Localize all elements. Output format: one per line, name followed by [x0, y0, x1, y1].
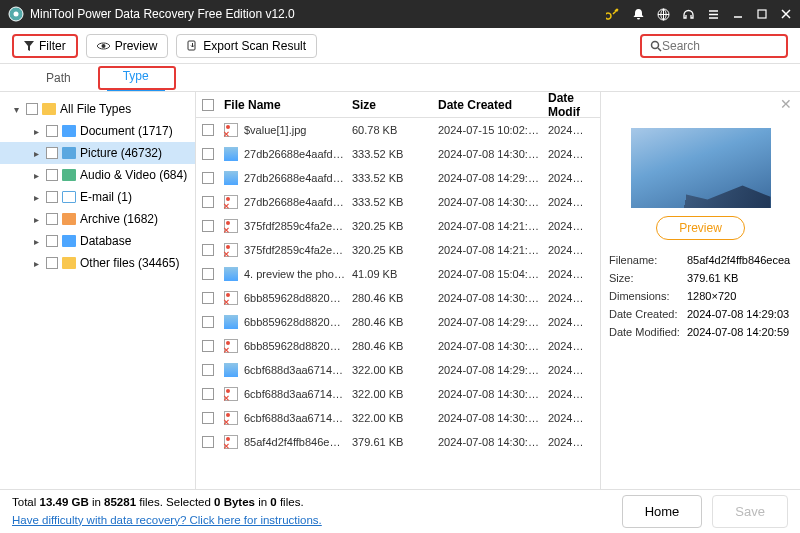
row-checkbox[interactable]: [202, 292, 214, 304]
file-size: 333.52 KB: [352, 196, 438, 208]
checkbox[interactable]: [46, 147, 58, 159]
checkbox[interactable]: [46, 125, 58, 137]
search-box[interactable]: [640, 34, 788, 58]
chevron-right-icon[interactable]: ▸: [30, 236, 42, 247]
table-row[interactable]: 4. preview the pho…41.09 KB2024-07-08 15…: [196, 262, 600, 286]
open-preview-button[interactable]: Preview: [656, 216, 745, 240]
file-size: 333.52 KB: [352, 148, 438, 160]
chevron-right-icon[interactable]: ▸: [30, 126, 42, 137]
row-checkbox[interactable]: [202, 196, 214, 208]
sidebar-item[interactable]: ▸Archive (1682): [0, 208, 195, 230]
file-created: 2024-07-15 10:02:…: [438, 124, 548, 136]
row-checkbox[interactable]: [202, 124, 214, 136]
eye-icon: [97, 41, 110, 51]
checkbox[interactable]: [46, 235, 58, 247]
table-row[interactable]: 6bb859628d8820…280.46 KB2024-07-08 14:30…: [196, 334, 600, 358]
table-row[interactable]: 85af4d2f4ffb846e…379.61 KB2024-07-08 14:…: [196, 430, 600, 454]
globe-icon[interactable]: [657, 8, 670, 21]
table-row[interactable]: 6cbf688d3aa6714…322.00 KB2024-07-08 14:3…: [196, 382, 600, 406]
toolbar: Filter Preview Export Scan Result: [0, 28, 800, 64]
chevron-right-icon[interactable]: ▸: [30, 214, 42, 225]
table-row[interactable]: $value[1].jpg60.78 KB2024-07-15 10:02:…2…: [196, 118, 600, 142]
row-checkbox[interactable]: [202, 412, 214, 424]
sidebar-item-label: E-mail (1): [80, 190, 132, 204]
col-size[interactable]: Size: [352, 98, 438, 112]
file-list-body[interactable]: $value[1].jpg60.78 KB2024-07-15 10:02:…2…: [196, 118, 600, 489]
table-row[interactable]: 6bb859628d8820…280.46 KB2024-07-08 14:29…: [196, 310, 600, 334]
row-checkbox[interactable]: [202, 436, 214, 448]
sidebar-item[interactable]: ▸Other files (34465): [0, 252, 195, 274]
file-icon: [224, 243, 238, 257]
file-modified: 2024…: [548, 292, 596, 304]
row-checkbox[interactable]: [202, 172, 214, 184]
tab-type[interactable]: Type: [107, 63, 165, 91]
table-row[interactable]: 6cbf688d3aa6714…322.00 KB2024-07-08 14:2…: [196, 358, 600, 382]
table-row[interactable]: 27db26688e4aafd…333.52 KB2024-07-08 14:2…: [196, 166, 600, 190]
table-row[interactable]: 375fdf2859c4fa2e…320.25 KB2024-07-08 14:…: [196, 214, 600, 238]
select-all-checkbox[interactable]: [202, 99, 214, 111]
file-modified: 2024…: [548, 316, 596, 328]
checkbox[interactable]: [26, 103, 38, 115]
menu-icon[interactable]: [707, 8, 720, 21]
col-filename[interactable]: File Name: [224, 98, 352, 112]
row-checkbox[interactable]: [202, 340, 214, 352]
bell-icon[interactable]: [632, 8, 645, 21]
table-row[interactable]: 6cbf688d3aa6714…322.00 KB2024-07-08 14:3…: [196, 406, 600, 430]
row-checkbox[interactable]: [202, 388, 214, 400]
chevron-right-icon[interactable]: ▸: [30, 258, 42, 269]
sidebar-item-label: Archive (1682): [80, 212, 158, 226]
file-created: 2024-07-08 14:29:…: [438, 172, 548, 184]
checkbox[interactable]: [46, 213, 58, 225]
row-checkbox[interactable]: [202, 220, 214, 232]
sidebar-item[interactable]: ▸Audio & Video (684): [0, 164, 195, 186]
file-name: 27db26688e4aafd…: [244, 172, 352, 184]
preview-button[interactable]: Preview: [86, 34, 169, 58]
file-size: 379.61 KB: [352, 436, 438, 448]
close-preview-icon[interactable]: ✕: [780, 96, 792, 112]
tree-root[interactable]: ▾ All File Types: [0, 98, 195, 120]
row-checkbox[interactable]: [202, 244, 214, 256]
home-button[interactable]: Home: [622, 495, 703, 528]
sidebar-item[interactable]: ▸E-mail (1): [0, 186, 195, 208]
row-checkbox[interactable]: [202, 364, 214, 376]
help-link[interactable]: Have difficulty with data recovery? Clic…: [12, 514, 322, 526]
export-button[interactable]: Export Scan Result: [176, 34, 317, 58]
chevron-down-icon[interactable]: ▾: [10, 104, 22, 115]
headset-icon[interactable]: [682, 8, 695, 21]
tab-path[interactable]: Path: [30, 65, 87, 91]
meta-dim-key: Dimensions:: [609, 290, 687, 302]
row-checkbox[interactable]: [202, 148, 214, 160]
minimize-icon[interactable]: [732, 8, 744, 20]
save-button[interactable]: Save: [712, 495, 788, 528]
chevron-right-icon[interactable]: ▸: [30, 170, 42, 181]
row-checkbox[interactable]: [202, 268, 214, 280]
sidebar-item-label: Audio & Video (684): [80, 168, 187, 182]
chevron-right-icon[interactable]: ▸: [30, 192, 42, 203]
table-row[interactable]: 375fdf2859c4fa2e…320.25 KB2024-07-08 14:…: [196, 238, 600, 262]
sidebar-item[interactable]: ▸Database: [0, 230, 195, 252]
search-input[interactable]: [662, 39, 778, 53]
meta-modified-val: 2024-07-08 14:20:59: [687, 326, 792, 338]
meta-modified-key: Date Modified:: [609, 326, 687, 338]
file-list-header: File Name Size Date Created Date Modif: [196, 92, 600, 118]
preview-thumbnail: [631, 128, 771, 208]
chevron-right-icon[interactable]: ▸: [30, 148, 42, 159]
col-date-modified[interactable]: Date Modif: [548, 92, 596, 119]
sidebar-item-label: Picture (46732): [80, 146, 162, 160]
view-tabs: Path Type: [0, 64, 800, 92]
row-checkbox[interactable]: [202, 316, 214, 328]
checkbox[interactable]: [46, 257, 58, 269]
checkbox[interactable]: [46, 169, 58, 181]
key-icon[interactable]: [606, 7, 620, 21]
filter-button[interactable]: Filter: [12, 34, 78, 58]
table-row[interactable]: 27db26688e4aafd…333.52 KB2024-07-08 14:3…: [196, 190, 600, 214]
sidebar-item[interactable]: ▸Document (1717): [0, 120, 195, 142]
sidebar-item[interactable]: ▸Picture (46732): [0, 142, 195, 164]
table-row[interactable]: 6bb859628d8820…280.46 KB2024-07-08 14:30…: [196, 286, 600, 310]
checkbox[interactable]: [46, 191, 58, 203]
maximize-icon[interactable]: [756, 8, 768, 20]
close-icon[interactable]: [780, 8, 792, 20]
col-date-created[interactable]: Date Created: [438, 98, 548, 112]
file-modified: 2024…: [548, 220, 596, 232]
table-row[interactable]: 27db26688e4aafd…333.52 KB2024-07-08 14:3…: [196, 142, 600, 166]
